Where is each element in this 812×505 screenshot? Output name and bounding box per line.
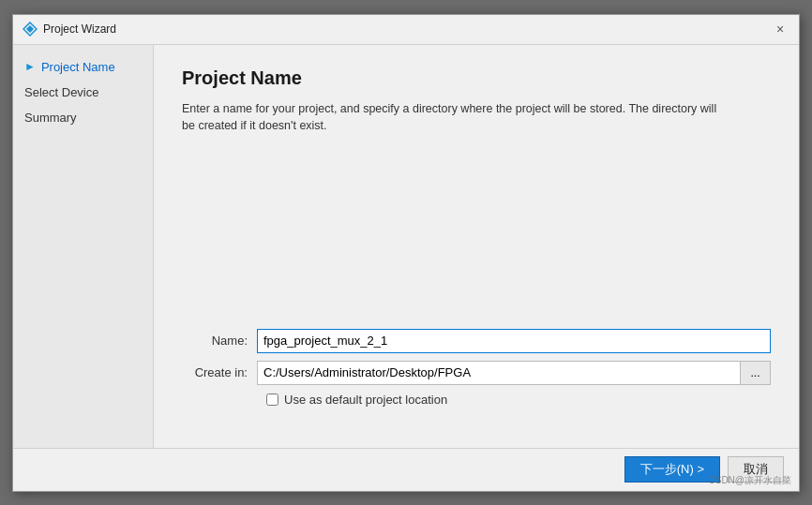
main-content: Project Name Enter a name for your proje… [154,45,799,448]
sidebar-item-label: Project Name [41,60,115,74]
close-button[interactable]: × [771,20,789,38]
default-location-row: Use as default project location [266,393,771,407]
next-button[interactable]: 下一步(N) > [624,456,720,483]
sidebar-item-project-name[interactable]: ► Project Name [13,54,153,80]
create-in-row: Create in: ... [182,361,771,385]
project-wizard-dialog: Project Wizard × ► Project Name Select D… [12,14,800,492]
title-bar: Project Wizard × [13,15,799,45]
sidebar-item-label: Select Device [24,85,98,99]
dialog-footer: 下一步(N) > 取消 [13,448,799,491]
title-bar-title: Project Wizard [43,22,116,36]
sidebar: ► Project Name Select Device Summary [13,45,154,448]
name-row: Name: [182,329,771,353]
svg-marker-1 [26,25,34,33]
create-in-input[interactable] [257,361,741,385]
description-text: Enter a name for your project, and speci… [182,100,726,136]
create-in-label: Create in: [182,365,257,379]
sidebar-item-label: Summary [24,111,77,125]
browse-button[interactable]: ... [741,361,771,385]
default-location-label: Use as default project location [284,393,447,407]
form-area: Name: Create in: ... Use as default proj… [182,329,771,425]
create-in-input-group: ... [257,361,771,385]
name-label: Name: [182,334,257,348]
section-title: Project Name [182,67,771,89]
dialog-body: ► Project Name Select Device Summary Pro… [13,45,799,448]
default-location-checkbox[interactable] [266,394,278,406]
watermark: CSDN@凉开水自菜 [709,474,792,487]
sidebar-item-select-device[interactable]: Select Device [13,80,153,105]
name-input[interactable] [257,329,771,353]
app-logo-icon [23,22,38,37]
title-bar-left: Project Wizard [23,22,116,37]
sidebar-item-summary[interactable]: Summary [13,105,153,130]
arrow-icon: ► [24,60,36,73]
